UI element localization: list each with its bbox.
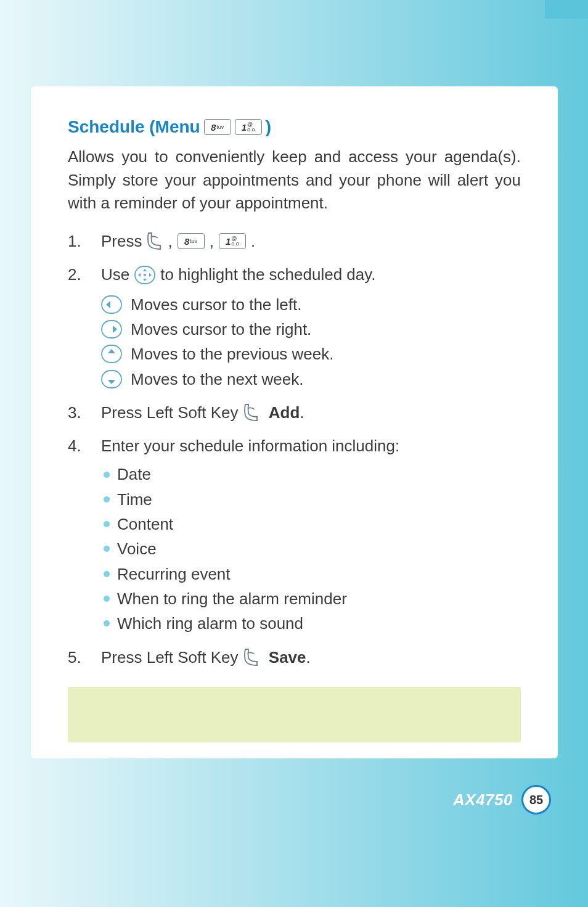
svg-rect-6 [102, 296, 121, 313]
comma-2: , [210, 229, 214, 253]
step-2-text-a: Use [101, 262, 129, 287]
info-bullets: Date Time Content Voice Recurring event … [101, 462, 521, 636]
nav-left-icon [101, 295, 122, 314]
nav-descriptions: Moves cursor to the left. Moves cursor t… [101, 292, 521, 392]
svg-rect-12 [102, 371, 121, 388]
left-softkey-icon [243, 648, 259, 667]
heading-text-post: ) [266, 117, 271, 137]
keypad-8-icon: 8 tuv [178, 233, 205, 249]
period: . [251, 229, 255, 253]
keypad-1-icon: 1 @ o.o [219, 233, 246, 249]
corner-tab [545, 0, 588, 18]
svg-rect-10 [102, 345, 121, 363]
bullet-item: Recurring event [101, 562, 521, 586]
bullet-dot-icon [104, 620, 110, 626]
nav-down-row: Moves to the next week. [101, 367, 521, 392]
bullet-dot-icon [104, 571, 110, 577]
step-3-text: Press Left Soft Key [101, 400, 239, 425]
step-number: 4. [68, 433, 84, 636]
bullet-item: When to ring the alarm reminder [101, 586, 521, 611]
svg-rect-8 [102, 321, 121, 338]
save-label: Save [269, 648, 306, 667]
step-list: 1. Press , 8 tuv , 1 @ [68, 229, 521, 670]
add-label: Add [269, 403, 300, 422]
intro-paragraph: Allows you to conveniently keep and acce… [68, 146, 521, 215]
nav-up-text: Moves to the previous week. [131, 342, 334, 366]
svg-point-1 [144, 274, 146, 276]
bullet-dot-icon [104, 521, 110, 527]
nav-down-text: Moves to the next week. [131, 367, 303, 392]
bullet-dot-icon [104, 546, 110, 552]
nav-pad-icon [134, 266, 155, 284]
bullet-item: Time [101, 487, 521, 512]
bullet-item: Which ring alarm to sound [101, 611, 521, 636]
step-number: 3. [68, 400, 84, 425]
page-footer: AX4750 85 [453, 785, 551, 815]
bullet-item: Date [101, 462, 521, 486]
step-3: 3. Press Left Soft Key Add. [68, 400, 521, 425]
note-box [68, 687, 521, 742]
step-2-text-b: to highlight the scheduled day. [160, 262, 375, 287]
section-heading: Schedule (Menu 8 tuv 1 @ o.o ) [68, 117, 521, 137]
key-1-sub: @ o.o [247, 122, 255, 132]
step-5-text: Press Left Soft Key [101, 645, 239, 670]
nav-left-row: Moves cursor to the left. [101, 292, 521, 317]
step-number: 1. [68, 229, 84, 253]
step-number: 2. [68, 262, 84, 391]
keypad-8-icon: 8 tuv [204, 119, 231, 135]
bullet-item: Content [101, 512, 521, 536]
step-5: 5. Press Left Soft Key Save. [68, 645, 521, 670]
manual-page: Schedule (Menu 8 tuv 1 @ o.o ) Allows yo… [31, 86, 558, 758]
nav-down-icon [101, 370, 122, 388]
page-number: 85 [521, 785, 551, 815]
left-softkey-icon [147, 232, 163, 250]
keypad-1-icon: 1 @ o.o [235, 119, 262, 135]
nav-right-row: Moves cursor to the right. [101, 317, 521, 342]
key-8-sub: tuv [216, 125, 224, 129]
step-number: 5. [68, 645, 84, 670]
key-1-main: 1 [242, 123, 247, 132]
nav-right-text: Moves cursor to the right. [131, 317, 311, 342]
step-4-text: Enter your schedule information includin… [101, 437, 399, 455]
step-2: 2. Use to highlight the sc [68, 262, 521, 391]
bullet-dot-icon [104, 496, 110, 503]
model-label: AX4750 [453, 790, 513, 810]
nav-right-icon [101, 320, 122, 339]
bullet-dot-icon [104, 472, 110, 478]
nav-up-row: Moves to the previous week. [101, 342, 521, 366]
step-4: 4. Enter your schedule information inclu… [68, 433, 521, 636]
step-1-text: Press [101, 229, 142, 253]
key-8-main: 8 [211, 123, 216, 132]
bullet-item: Voice [101, 536, 521, 561]
comma-1: , [168, 229, 172, 253]
heading-text-pre: Schedule (Menu [68, 117, 200, 137]
step-1: 1. Press , 8 tuv , 1 @ [68, 229, 521, 253]
nav-left-text: Moves cursor to the left. [131, 292, 301, 317]
bullet-dot-icon [104, 596, 110, 602]
left-softkey-icon [243, 403, 259, 422]
nav-up-icon [101, 345, 122, 363]
